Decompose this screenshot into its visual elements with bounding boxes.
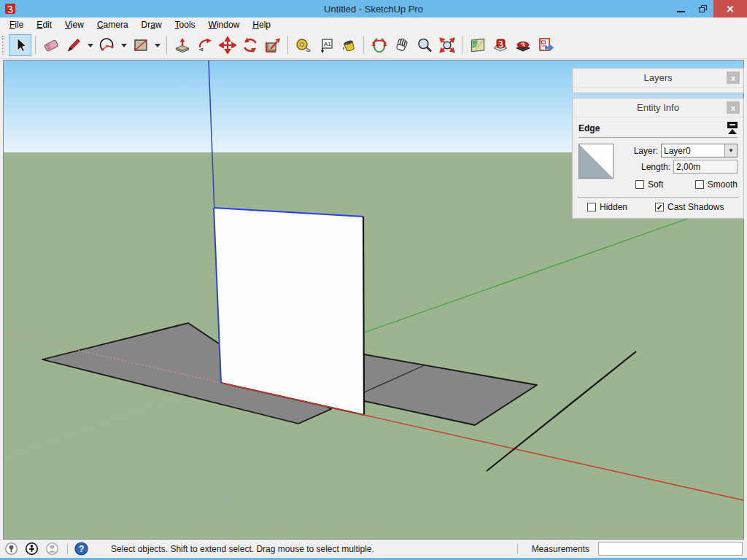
soft-checkbox[interactable]: Soft xyxy=(635,179,663,190)
entity-info-tray-header[interactable]: Entity Info x xyxy=(573,98,743,117)
rectangle-tool-button[interactable] xyxy=(129,34,152,56)
white-face[interactable] xyxy=(214,208,364,415)
line-options-dropdown[interactable] xyxy=(85,34,96,56)
restore-button[interactable] xyxy=(692,0,713,18)
smooth-checkbox-box[interactable] xyxy=(695,180,704,189)
menu-item-window[interactable]: Window xyxy=(202,18,247,31)
arrow-up-icon xyxy=(728,129,737,134)
smooth-checkbox-label: Smooth xyxy=(708,179,738,190)
eraser-icon xyxy=(42,36,60,54)
soft-checkbox-box[interactable] xyxy=(635,180,644,189)
arc-options-dropdown[interactable] xyxy=(118,34,129,56)
measurements-label: Measurements xyxy=(532,544,589,554)
hidden-checkbox[interactable]: Hidden xyxy=(587,202,627,212)
menu-item-tools[interactable]: Tools xyxy=(169,18,202,31)
layers-tray-header[interactable]: Layers x xyxy=(573,69,743,88)
restore-icon xyxy=(699,5,707,12)
paint-bucket-tool-button[interactable] xyxy=(337,34,360,56)
zoom-extents-tool-button[interactable] xyxy=(436,34,458,56)
arc-icon xyxy=(98,36,116,54)
close-icon: ✕ xyxy=(727,4,735,14)
chevron-down-icon xyxy=(88,43,93,47)
window-title: Untitled - SketchUp Pro xyxy=(0,4,747,15)
menu-item-edit[interactable]: Edit xyxy=(30,18,58,31)
entity-preview-thumbnail[interactable] xyxy=(578,144,614,179)
menu-item-help[interactable]: Help xyxy=(246,18,277,31)
text-icon: A1 xyxy=(317,36,335,54)
entity-info-tray: Entity Info x Edge Layer: Layer0 xyxy=(572,98,744,219)
length-field[interactable] xyxy=(673,160,738,174)
menu-bar: File Edit View Camera Draw Tools Window … xyxy=(0,18,747,32)
close-button[interactable]: ✕ xyxy=(713,0,747,18)
layers-tray-title: Layers xyxy=(643,72,672,83)
rectangle-icon xyxy=(132,36,150,54)
dropdown-arrow-icon[interactable]: ▼ xyxy=(724,144,737,157)
rotate-tool-button[interactable] xyxy=(239,34,261,56)
length-label: Length: xyxy=(641,162,670,172)
select-arrow-icon xyxy=(12,36,29,54)
sign-in-button[interactable] xyxy=(45,542,59,556)
menu-item-camera[interactable]: Camera xyxy=(90,18,135,31)
move-icon xyxy=(219,36,236,54)
help-button[interactable]: ? xyxy=(74,542,88,556)
cast-shadows-checkbox-box[interactable]: ✓ xyxy=(655,203,664,211)
entity-info-tray-title: Entity Info xyxy=(637,102,679,113)
rotate-icon xyxy=(241,36,259,54)
cast-shadows-checkbox[interactable]: ✓ Cast Shadows xyxy=(655,202,724,212)
face-right-edge[interactable] xyxy=(363,217,364,415)
zoom-tool-button[interactable] xyxy=(413,34,436,56)
menu-item-view[interactable]: View xyxy=(58,18,90,31)
toggle-details-button[interactable] xyxy=(727,122,738,134)
entity-info-body: Edge Layer: Layer0 ▼ xyxy=(573,117,743,218)
tape-measure-icon xyxy=(295,36,312,54)
push-pull-tool-button[interactable] xyxy=(171,34,193,56)
sketchup-app-icon xyxy=(4,3,16,15)
svg-text:?: ? xyxy=(79,544,84,554)
hidden-checkbox-label: Hidden xyxy=(600,202,627,212)
cast-shadows-checkbox-label: Cast Shadows xyxy=(667,202,724,212)
pencil-icon xyxy=(65,36,82,54)
share-model-button[interactable] xyxy=(511,34,534,56)
arc-tool-button[interactable] xyxy=(96,34,118,56)
geolocation-button[interactable] xyxy=(4,542,18,556)
menu-item-file[interactable]: File xyxy=(3,18,30,31)
push-pull-icon xyxy=(174,36,191,54)
follow-me-icon xyxy=(196,36,214,54)
entity-type-label: Edge xyxy=(578,123,600,133)
chevron-down-icon xyxy=(121,43,127,47)
scale-icon xyxy=(264,36,282,54)
line-tool-button[interactable] xyxy=(62,34,85,56)
send-to-layout-button[interactable] xyxy=(534,34,557,56)
pan-tool-button[interactable] xyxy=(390,34,413,56)
minimize-button[interactable] xyxy=(670,0,692,18)
layers-tray: Layers x xyxy=(572,68,744,93)
follow-me-tool-button[interactable] xyxy=(193,34,216,56)
layer-dropdown[interactable]: Layer0 ▼ xyxy=(661,144,738,158)
statusbar-separator xyxy=(67,544,68,554)
send-to-layout-icon xyxy=(537,36,554,54)
add-location-button[interactable] xyxy=(466,34,489,56)
toolbar-grip[interactable] xyxy=(2,36,4,55)
tape-measure-tool-button[interactable] xyxy=(292,34,314,56)
rectangle-options-dropdown[interactable] xyxy=(152,34,163,56)
zoom-extents-icon xyxy=(438,36,456,54)
entity-info-close-button[interactable]: x xyxy=(727,101,740,114)
layer-label: Layer: xyxy=(634,146,658,156)
layers-close-button[interactable]: x xyxy=(727,71,740,84)
get-models-button[interactable] xyxy=(489,34,511,56)
menu-item-draw[interactable]: Draw xyxy=(135,18,169,31)
select-tool-button[interactable] xyxy=(9,34,31,56)
measurements-input[interactable] xyxy=(598,542,743,556)
layer-dropdown-value: Layer0 xyxy=(662,146,724,156)
hidden-checkbox-box[interactable] xyxy=(587,203,596,211)
text-tool-button[interactable]: A1 xyxy=(314,34,337,56)
pan-hand-icon xyxy=(393,36,411,54)
paint-bucket-icon xyxy=(340,36,357,54)
move-tool-button[interactable] xyxy=(216,34,239,56)
svg-text:A1: A1 xyxy=(324,41,331,47)
eraser-tool-button[interactable] xyxy=(39,34,62,56)
credits-button[interactable] xyxy=(25,542,39,556)
scale-tool-button[interactable] xyxy=(261,34,284,56)
orbit-tool-button[interactable] xyxy=(368,34,390,56)
smooth-checkbox[interactable]: Smooth xyxy=(695,179,738,190)
